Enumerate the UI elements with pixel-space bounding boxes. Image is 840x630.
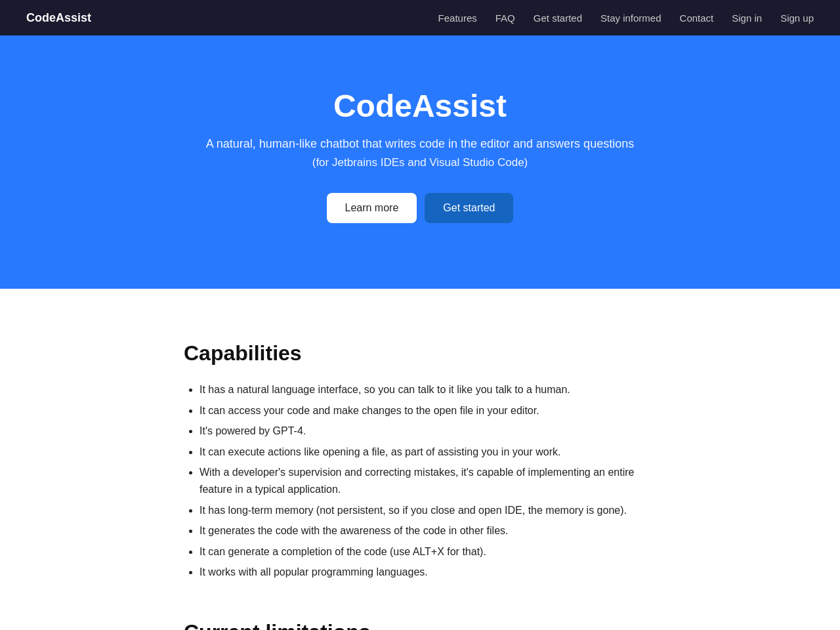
nav-link-features[interactable]: Features	[438, 12, 477, 24]
list-item: It's powered by GPT-4.	[200, 423, 656, 440]
nav-link-contact[interactable]: Contact	[680, 12, 714, 24]
list-item: It generates the code with the awareness…	[200, 522, 656, 539]
list-item: It works with all popular programming la…	[200, 564, 656, 581]
list-item: It has long-term memory (not persistent,…	[200, 502, 656, 519]
list-item: It can execute actions like opening a fi…	[200, 444, 656, 461]
nav-brand[interactable]: CodeAssist	[26, 11, 91, 25]
hero-title: CodeAssist	[13, 88, 827, 124]
hero-subtitle2: (for Jetbrains IDEs and Visual Studio Co…	[13, 156, 827, 169]
hero-subtitle1: A natural, human-like chatbot that write…	[13, 137, 827, 151]
capabilities-title: Capabilities	[184, 341, 656, 366]
get-started-button[interactable]: Get started	[425, 193, 513, 223]
nav-link-sign-in[interactable]: Sign in	[732, 12, 762, 24]
list-item: It has a natural language interface, so …	[200, 381, 656, 398]
capabilities-list: It has a natural language interface, so …	[184, 381, 656, 581]
hero-section: CodeAssist A natural, human-like chatbot…	[0, 35, 840, 289]
nav-link-sign-up[interactable]: Sign up	[780, 12, 814, 24]
nav-link-get-started[interactable]: Get started	[534, 12, 582, 24]
list-item: It can generate a completion of the code…	[200, 543, 656, 560]
nav-link-stay-informed[interactable]: Stay informed	[600, 12, 662, 24]
learn-more-button[interactable]: Learn more	[327, 193, 417, 223]
list-item: With a developer's supervision and corre…	[200, 464, 656, 497]
list-item: It can access your code and make changes…	[200, 402, 656, 419]
main-content: Capabilities It has a natural language i…	[158, 289, 682, 630]
current-limitations-title: Current limitations	[184, 620, 656, 630]
hero-buttons: Learn more Get started	[13, 193, 827, 223]
nav-links: Features FAQ Get started Stay informed C…	[438, 12, 814, 24]
nav-link-faq[interactable]: FAQ	[495, 12, 515, 24]
navbar: CodeAssist Features FAQ Get started Stay…	[0, 0, 840, 35]
